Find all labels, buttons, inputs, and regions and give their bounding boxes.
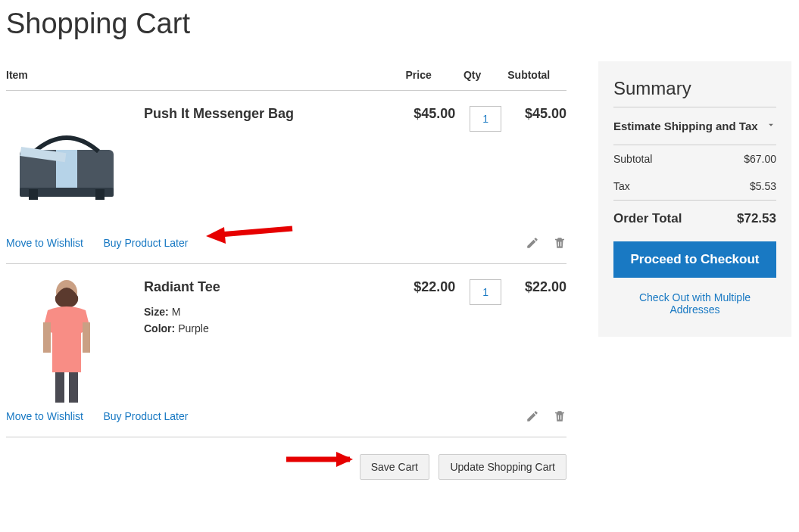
tax-value: $5.53 <box>750 180 776 192</box>
product-image[interactable] <box>6 279 127 400</box>
item-subtotal: $45.00 <box>507 91 566 228</box>
buy-later-link[interactable]: Buy Product Later <box>103 410 188 422</box>
cart-items-section: Item Price Qty Subtotal <box>6 61 566 480</box>
cart-item: Radiant Tee Size:M Color:Purple $22.00 $… <box>6 264 566 437</box>
col-header-subtotal: Subtotal <box>507 61 566 91</box>
edit-icon[interactable] <box>526 236 539 250</box>
trash-icon[interactable] <box>553 236 566 250</box>
svg-line-6 <box>220 229 292 235</box>
save-cart-button[interactable]: Save Cart <box>360 454 429 480</box>
svg-rect-11 <box>43 322 51 353</box>
tax-label: Tax <box>613 180 630 192</box>
annotation-arrow <box>277 448 353 471</box>
item-price: $22.00 <box>406 264 463 401</box>
update-cart-button[interactable]: Update Shopping Cart <box>439 454 566 480</box>
move-to-wishlist-link[interactable]: Move to Wishlist <box>6 237 83 249</box>
svg-rect-4 <box>95 189 105 200</box>
chevron-down-icon <box>766 120 776 132</box>
svg-marker-14 <box>336 452 353 467</box>
summary-title: Summary <box>613 78 776 107</box>
order-total-label: Order Total <box>613 211 682 226</box>
product-name[interactable]: Push It Messenger Bag <box>144 106 294 122</box>
estimate-shipping-toggle[interactable]: Estimate Shipping and Tax <box>613 107 776 145</box>
order-total-value: $72.53 <box>737 211 776 226</box>
option-value-color: Purple <box>178 322 208 334</box>
buy-later-link[interactable]: Buy Product Later <box>103 237 188 249</box>
qty-input[interactable] <box>470 279 501 305</box>
col-header-item: Item <box>6 61 406 91</box>
col-header-price: Price <box>406 61 463 91</box>
page-title: Shopping Cart <box>6 8 791 40</box>
subtotal-label: Subtotal <box>613 153 652 165</box>
col-header-qty: Qty <box>463 61 507 91</box>
product-name[interactable]: Radiant Tee <box>144 279 220 295</box>
subtotal-value: $67.00 <box>744 153 776 165</box>
multiple-addresses-link[interactable]: Check Out with Multiple Addresses <box>639 291 751 316</box>
trash-icon[interactable] <box>553 409 566 423</box>
svg-rect-12 <box>83 322 90 353</box>
svg-rect-3 <box>29 189 38 200</box>
option-label-color: Color: <box>144 322 175 334</box>
edit-icon[interactable] <box>526 409 539 423</box>
summary-panel: Summary Estimate Shipping and Tax Subtot… <box>598 61 791 337</box>
svg-rect-9 <box>55 372 64 403</box>
proceed-checkout-button[interactable]: Proceed to Checkout <box>613 241 776 278</box>
option-value-size: M <box>172 306 181 318</box>
cart-item: Push It Messenger Bag $45.00 $45.00 Move… <box>6 91 566 264</box>
item-price: $45.00 <box>406 91 463 228</box>
move-to-wishlist-link[interactable]: Move to Wishlist <box>6 410 83 422</box>
item-subtotal: $22.00 <box>507 264 566 401</box>
svg-rect-10 <box>69 372 78 403</box>
option-label-size: Size: <box>144 306 169 318</box>
product-image[interactable] <box>6 106 127 227</box>
estimate-shipping-label: Estimate Shipping and Tax <box>613 120 758 132</box>
svg-marker-7 <box>206 227 226 244</box>
qty-input[interactable] <box>470 106 501 132</box>
